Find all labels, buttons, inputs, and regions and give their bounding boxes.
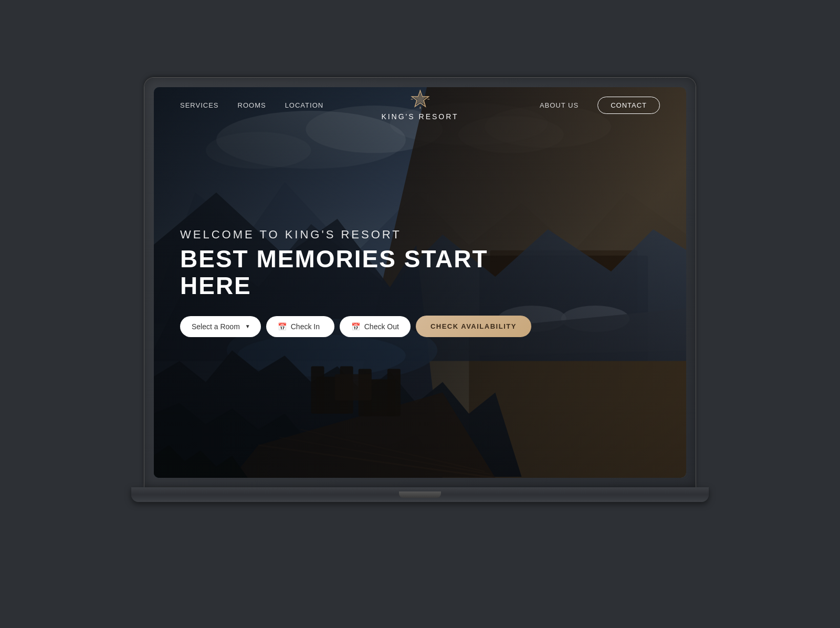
nav-right: ABOUT US CONTACT bbox=[540, 97, 660, 114]
logo-text: KING'S RESORT bbox=[381, 112, 458, 121]
contact-button[interactable]: CONTACT bbox=[597, 97, 660, 114]
navbar: SERVICES ROOMS LOCATION bbox=[154, 87, 686, 123]
laptop-body: SERVICES ROOMS LOCATION bbox=[144, 78, 696, 487]
nav-services[interactable]: SERVICES bbox=[180, 101, 219, 109]
calendar-icon: 📅 bbox=[278, 322, 287, 331]
laptop-screen-bezel: SERVICES ROOMS LOCATION bbox=[154, 87, 686, 478]
logo-star-icon bbox=[411, 90, 429, 111]
room-select-label: Select a Room bbox=[192, 322, 240, 331]
booking-bar: Select a Room ▼ 📅 Check In 📅 Check Out bbox=[180, 316, 548, 337]
laptop-base bbox=[131, 487, 709, 502]
hero-content: WELCOME TO KING'S RESORT BEST MEMORIES S… bbox=[180, 228, 548, 337]
laptop-wrapper: SERVICES ROOMS LOCATION bbox=[131, 78, 709, 550]
calendar-icon-2: 📅 bbox=[351, 322, 360, 331]
check-availability-button[interactable]: CHECK AVAILABILITY bbox=[416, 316, 531, 337]
check-in-input[interactable]: 📅 Check In bbox=[266, 316, 334, 337]
hero-section: SERVICES ROOMS LOCATION bbox=[154, 87, 686, 478]
nav-rooms[interactable]: ROOMS bbox=[238, 101, 266, 109]
hero-title: BEST MEMORIES START HERE bbox=[180, 246, 548, 299]
nav-left: SERVICES ROOMS LOCATION bbox=[180, 101, 323, 109]
nav-center-logo: KING'S RESORT bbox=[381, 90, 458, 121]
room-select[interactable]: Select a Room ▼ bbox=[180, 316, 261, 337]
nav-about[interactable]: ABOUT US bbox=[540, 101, 579, 109]
check-out-label: Check Out bbox=[364, 322, 399, 331]
website: SERVICES ROOMS LOCATION bbox=[154, 87, 686, 478]
chevron-down-icon: ▼ bbox=[245, 323, 250, 329]
check-in-label: Check In bbox=[291, 322, 320, 331]
nav-location[interactable]: LOCATION bbox=[285, 101, 324, 109]
check-out-input[interactable]: 📅 Check Out bbox=[340, 316, 411, 337]
hero-subtitle: WELCOME TO KING'S RESORT bbox=[180, 228, 548, 242]
